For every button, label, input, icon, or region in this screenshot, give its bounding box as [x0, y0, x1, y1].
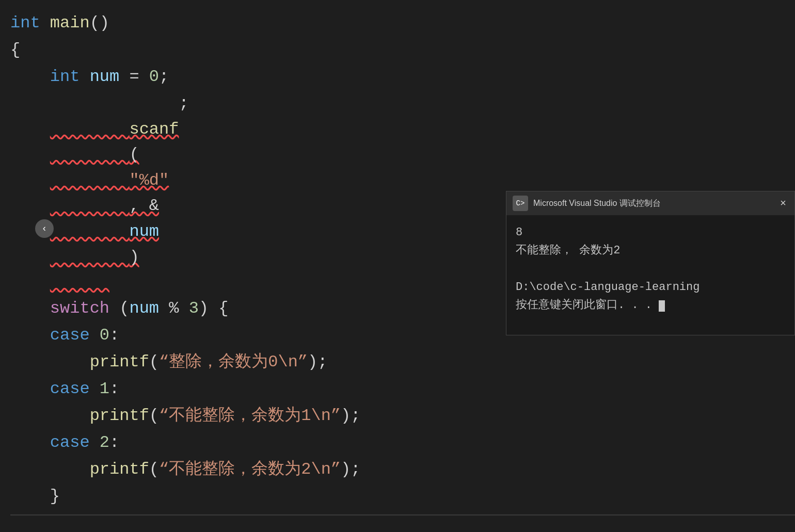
scanf-call: scanf ( "%d" , & num ) — [50, 91, 179, 296]
terminal-close-button[interactable]: × — [778, 198, 788, 209]
str-2: “不能整除，余数为2\n” — [159, 457, 341, 482]
collapse-button[interactable]: ‹ — [35, 219, 54, 238]
printf-1: printf — [90, 403, 149, 429]
terminal-cursor — [659, 300, 665, 312]
terminal-empty-line — [516, 260, 785, 278]
keyword-case0: case — [50, 323, 90, 348]
fn-main: main — [50, 10, 90, 36]
printf-0: printf — [90, 349, 149, 375]
code-line-9: printf ( “不能整除，余数为1\n” ); — [10, 403, 795, 430]
empty-section — [10, 520, 795, 532]
code-line-1: int main () — [10, 10, 795, 37]
keyword-case2: case — [50, 430, 90, 456]
keyword-case1: case — [50, 376, 90, 402]
terminal-titlebar: C> Microsoft Visual Studio 调试控制台 × — [506, 191, 794, 215]
str-1: “不能整除，余数为1\n” — [159, 403, 341, 429]
printf-2: printf — [90, 457, 149, 482]
code-line-3: int num = 0 ; — [10, 64, 795, 91]
keyword-int-main: int — [10, 10, 40, 36]
str-0: “整除，余数为0\n” — [159, 349, 308, 375]
num-zero: 0 — [149, 64, 159, 90]
chevron-left-icon: ‹ — [42, 223, 47, 234]
terminal-window: C> Microsoft Visual Studio 调试控制台 × 8 不能整… — [506, 191, 795, 335]
terminal-app-icon: C> — [513, 196, 528, 211]
terminal-title: Microsoft Visual Studio 调试控制台 — [533, 198, 773, 209]
code-line-12: } — [10, 483, 795, 510]
keyword-int: int — [50, 64, 80, 90]
terminal-body: 8 不能整除， 余数为2 D:\code\c-language-learning… — [506, 215, 794, 323]
terminal-path-line: D:\code\c-language-learning — [516, 278, 785, 296]
code-line-2: { — [10, 37, 795, 64]
code-line-10: case 2 : — [10, 430, 795, 457]
editor-separator — [10, 514, 795, 515]
code-line-7: printf ( “整除，余数为0\n” ); — [10, 349, 795, 376]
code-line-11: printf ( “不能整除，余数为2\n” ); — [10, 457, 795, 483]
editor-container: int main () { int num = 0 ; scanf ( — [0, 0, 795, 532]
var-num: num — [90, 64, 120, 90]
code-line-8: case 1 : — [10, 376, 795, 403]
terminal-input-line: 8 — [516, 223, 785, 241]
terminal-output-line1: 不能整除， 余数为2 — [516, 241, 785, 260]
terminal-prompt-line: 按任意键关闭此窗口. . . — [516, 296, 785, 314]
keyword-switch: switch — [50, 296, 109, 321]
